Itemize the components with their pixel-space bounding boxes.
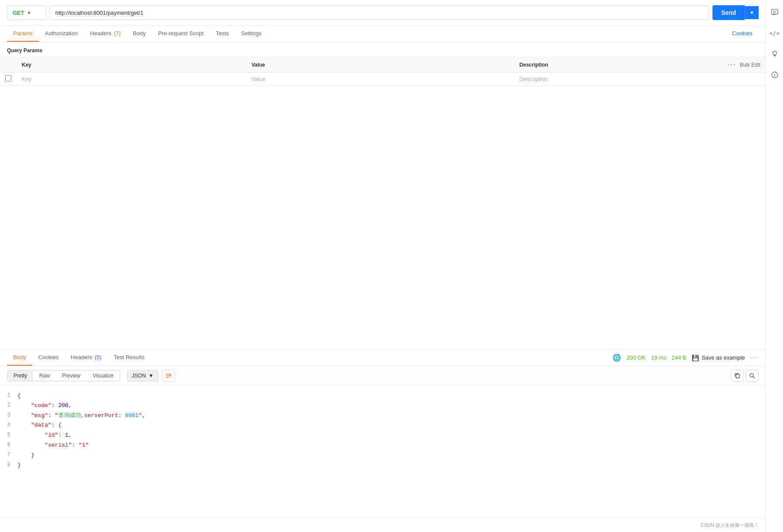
sidebar-info-icon[interactable] [768,68,782,82]
tab-authorization[interactable]: Authorization [39,26,84,42]
desc-cell [514,73,766,86]
response-time: 19 ms [651,354,666,361]
footer-text: CSDN @人生就像一场戏！ [701,522,759,528]
chevron-down-icon: ▼ [27,10,31,15]
view-tab-preview[interactable]: Preview [56,370,87,381]
request-tabs: Params Authorization Headers (7) Body Pr… [0,26,766,42]
tab-params[interactable]: Params [7,26,39,42]
right-sidebar: </> [766,0,783,532]
code-line-4: 4 "data": { [0,421,766,431]
response-size: 244 B [672,354,686,361]
params-section: Query Params Key Value Description ··· B… [0,42,766,349]
wrap-icon [165,372,172,379]
table-row [0,73,766,86]
url-bar: GET ▼ Send ▼ [0,0,766,26]
code-line-2: 2 "code": 200, [0,401,766,411]
search-icon [749,373,755,379]
row-checkbox-cell [0,73,17,86]
search-button[interactable] [746,370,759,382]
code-line-5: 5 "id": 1, [0,431,766,441]
send-button-group: Send ▼ [712,5,759,20]
response-body-toolbar: Pretty Raw Preview Visualize JSON ▼ [0,366,766,386]
view-tab-pretty[interactable]: Pretty [7,370,33,381]
key-input[interactable] [22,76,241,82]
tab-prerequest[interactable]: Pre-request Script [152,26,210,42]
value-cell [246,73,514,86]
code-line-7: 7 } [0,451,766,461]
format-chevron: ▼ [148,373,154,379]
svg-point-9 [773,51,776,55]
response-tab-test-results[interactable]: Test Results [108,350,151,366]
response-tabs-bar: Body Cookies Headers (5) Test Results 🌐 … [0,350,766,366]
sidebar-bulb-icon[interactable] [768,47,782,61]
sidebar-code-icon[interactable]: </> [768,26,782,40]
tab-settings[interactable]: Settings [235,26,268,42]
view-tab-visualize[interactable]: Visualize [87,370,120,381]
url-input[interactable] [50,6,709,20]
svg-rect-6 [771,10,777,14]
response-more-options[interactable]: ··· [750,354,759,362]
svg-point-4 [750,374,753,377]
copy-button[interactable] [731,370,744,382]
send-dropdown-arrow[interactable]: ▼ [745,6,759,19]
description-input[interactable] [519,76,760,82]
save-icon: 💾 [692,354,699,361]
response-section: Body Cookies Headers (5) Test Results 🌐 … [0,349,766,532]
more-options-icon[interactable]: ··· [728,61,736,69]
response-tab-body[interactable]: Body [7,350,32,366]
status-badge: 200 OK [626,354,645,361]
key-cell [17,73,246,86]
code-line-6: 6 "serial": "1" [0,441,766,451]
tab-tests[interactable]: Tests [210,26,235,42]
send-button[interactable]: Send [712,5,745,20]
code-line-8: 8 } [0,461,766,471]
params-table: Key Value Description ··· Bulk Edit [0,57,766,86]
response-tab-headers[interactable]: Headers (5) [65,350,108,366]
bulk-edit-button[interactable]: Bulk Edit [740,62,760,68]
method-label: GET [13,10,24,16]
save-example-button[interactable]: 💾 Save as example [692,354,745,361]
view-tab-raw[interactable]: Raw [33,370,56,381]
tab-cookies[interactable]: Cookies [726,26,759,42]
response-meta: 🌐 200 OK 19 ms 244 B 💾 Save as example ·… [612,354,759,362]
section-title: Query Params [0,42,766,57]
value-header: Value [246,57,514,73]
response-tab-cookies[interactable]: Cookies [32,350,65,366]
wrap-button[interactable] [162,370,175,382]
code-line-1: 1 { [0,391,766,401]
view-tabs: Pretty Raw Preview Visualize [7,370,120,381]
value-input[interactable] [252,76,509,82]
format-label: JSON [132,373,146,379]
key-header: Key [17,57,246,73]
sidebar-comment-icon[interactable] [768,5,782,19]
main-content: GET ▼ Send ▼ Params Authorization Header… [0,0,766,532]
tab-body[interactable]: Body [127,26,152,42]
tab-headers[interactable]: Headers (7) [84,26,127,42]
svg-point-12 [774,73,775,74]
copy-icon [734,373,740,379]
method-dropdown[interactable]: GET ▼ [7,6,46,20]
format-select[interactable]: JSON ▼ [127,370,158,381]
row-checkbox[interactable] [5,75,11,81]
svg-line-5 [753,377,755,378]
response-body: 1 { 2 "code": 200, 3 "msg": "查询成功,server… [0,386,766,518]
desc-header: Description ··· Bulk Edit [514,57,766,73]
footer: CSDN @人生就像一场戏！ [0,518,766,532]
checkbox-header [0,57,17,73]
code-line-3: 3 "msg": "查询成功,serverPort: 8001", [0,411,766,421]
svg-rect-3 [736,374,739,378]
globe-icon: 🌐 [612,354,621,362]
